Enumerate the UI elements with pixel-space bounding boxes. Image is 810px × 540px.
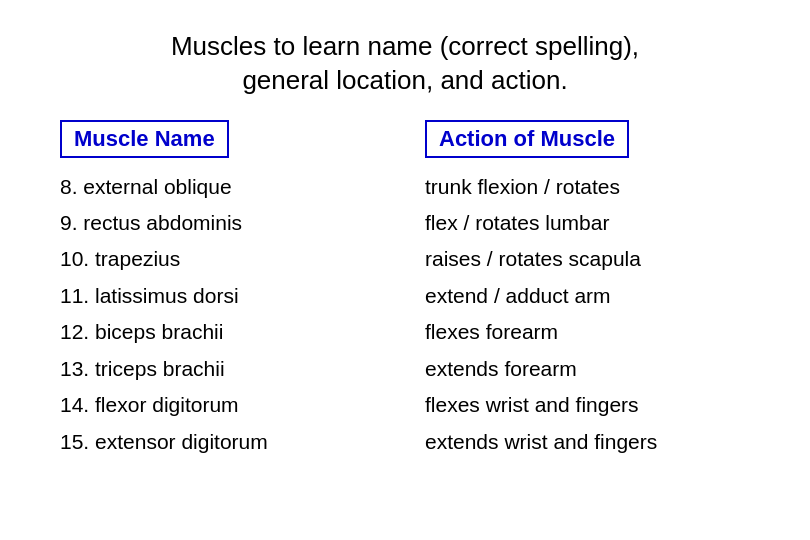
title-line1: Muscles to learn name (correct spelling)… [171, 31, 639, 61]
table-container: Muscle Name 8. external oblique 9. rectu… [50, 120, 760, 458]
list-item: 15. extensor digitorum [60, 427, 395, 457]
list-item: 13. triceps brachii [60, 354, 395, 384]
action-of-muscle-column: Action of Muscle trunk flexion / rotates… [395, 120, 760, 458]
list-item: extends wrist and fingers [425, 427, 760, 457]
page-title: Muscles to learn name (correct spelling)… [50, 30, 760, 98]
action-list: trunk flexion / rotates flex / rotates l… [425, 172, 760, 458]
list-item: 10. trapezius [60, 244, 395, 274]
action-of-muscle-header: Action of Muscle [425, 120, 629, 158]
muscle-name-list: 8. external oblique 9. rectus abdominis … [60, 172, 395, 458]
list-item: 8. external oblique [60, 172, 395, 202]
list-item: trunk flexion / rotates [425, 172, 760, 202]
list-item: flex / rotates lumbar [425, 208, 760, 238]
list-item: 9. rectus abdominis [60, 208, 395, 238]
muscle-name-column: Muscle Name 8. external oblique 9. rectu… [50, 120, 395, 458]
title-line2: general location, and action. [242, 65, 567, 95]
list-item: extends forearm [425, 354, 760, 384]
list-item: flexes forearm [425, 317, 760, 347]
list-item: 12. biceps brachii [60, 317, 395, 347]
list-item: flexes wrist and fingers [425, 390, 760, 420]
list-item: 14. flexor digitorum [60, 390, 395, 420]
list-item: extend / adduct arm [425, 281, 760, 311]
page-container: Muscles to learn name (correct spelling)… [50, 30, 760, 457]
list-item: 11. latissimus dorsi [60, 281, 395, 311]
muscle-name-header: Muscle Name [60, 120, 229, 158]
list-item: raises / rotates scapula [425, 244, 760, 274]
